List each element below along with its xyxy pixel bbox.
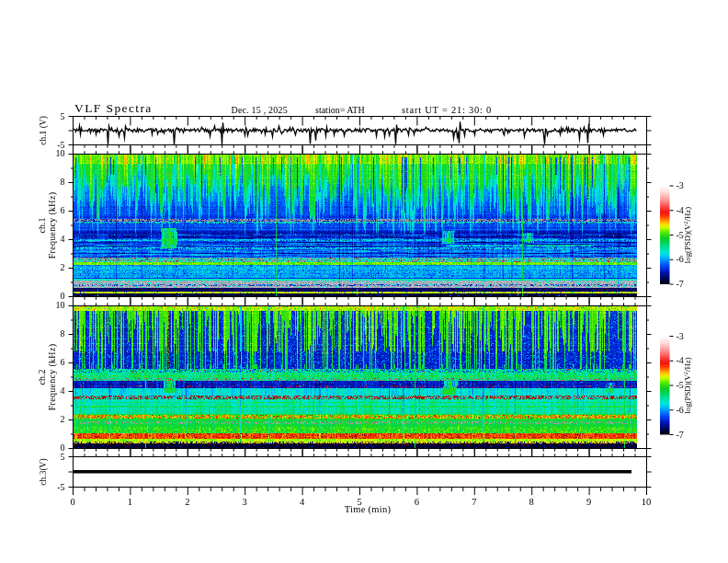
svg-text:-3: -3 xyxy=(677,331,684,341)
svg-text:1: 1 xyxy=(128,497,132,507)
svg-text:ch.3(V): ch.3(V) xyxy=(39,458,49,485)
svg-text:ch.1: ch.1 xyxy=(37,218,47,234)
svg-text:Frequency (kHz): Frequency (kHz) xyxy=(47,344,58,411)
svg-text:-7: -7 xyxy=(677,430,684,440)
svg-text:0: 0 xyxy=(61,442,65,453)
svg-text:10: 10 xyxy=(642,497,652,507)
svg-text:4: 4 xyxy=(300,497,305,507)
svg-text:Dec. 15 , 2025: Dec. 15 , 2025 xyxy=(232,105,288,115)
svg-text:log(PSD)(V2/Hz): log(PSD)(V2/Hz) xyxy=(682,207,692,263)
svg-text:10: 10 xyxy=(56,300,65,310)
svg-text:6: 6 xyxy=(415,497,419,507)
svg-text:Time (min): Time (min) xyxy=(345,504,392,515)
svg-text:4: 4 xyxy=(61,234,65,244)
svg-text:5: 5 xyxy=(61,111,65,121)
svg-text:7: 7 xyxy=(472,497,476,507)
svg-text:VLF Spectra: VLF Spectra xyxy=(74,101,153,115)
svg-text:station= ATH: station= ATH xyxy=(315,105,365,115)
svg-text:Frequency (kHz): Frequency (kHz) xyxy=(47,192,58,259)
svg-text:ch.2: ch.2 xyxy=(37,370,47,385)
svg-text:-5: -5 xyxy=(57,482,64,492)
svg-text:ch.1 (V): ch.1 (V) xyxy=(39,116,49,145)
svg-text:6: 6 xyxy=(61,205,65,215)
svg-text:-7: -7 xyxy=(677,279,684,289)
svg-text:10: 10 xyxy=(56,148,65,158)
svg-text:0: 0 xyxy=(70,497,74,507)
svg-text:8: 8 xyxy=(61,328,65,339)
svg-text:4: 4 xyxy=(61,385,65,396)
svg-text:8: 8 xyxy=(61,177,65,187)
svg-text:log(PSD)(V2/Hz): log(PSD)(V2/Hz) xyxy=(682,357,692,413)
svg-text:2: 2 xyxy=(61,414,65,424)
svg-text:2: 2 xyxy=(61,262,65,272)
svg-text:3: 3 xyxy=(243,497,247,507)
svg-text:8: 8 xyxy=(529,497,534,507)
svg-text:start UT = 21: 30: 0: start UT = 21: 30: 0 xyxy=(402,105,492,115)
svg-text:2: 2 xyxy=(185,497,189,507)
svg-text:9: 9 xyxy=(586,497,591,507)
svg-text:6: 6 xyxy=(61,357,65,367)
svg-text:-3: -3 xyxy=(677,180,684,190)
